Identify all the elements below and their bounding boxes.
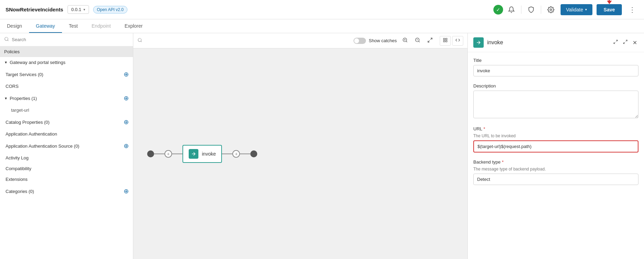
header-icons: ✓ [493,4,556,15]
sidebar-gateway-section[interactable]: ▼ Gateway and portal settings [0,57,133,68]
sidebar-content: ▼ Gateway and portal settings Target Ser… [0,57,133,259]
sidebar-policies-item[interactable]: Policies [0,46,133,57]
flow-connector-2[interactable]: + [232,150,240,158]
url-sublabel: The URL to be invoked [473,133,638,138]
svg-line-19 [624,42,625,44]
canvas-search-input[interactable] [144,38,203,43]
sidebar-item-app-auth-source[interactable]: Application Authentication Source (0) ⊕ [0,139,133,152]
chevron-down-icon: ▼ [4,61,8,64]
flow-connector-1[interactable]: + [164,150,172,158]
save-button[interactable]: Save [597,4,622,15]
toggle-knob [354,38,359,43]
bell-icon[interactable] [506,4,517,15]
code-editor-button[interactable] [452,36,463,46]
show-catches-toggle: Show catches [354,38,397,44]
show-catches-switch[interactable] [354,38,366,44]
tab-bar: Design Gateway Test Endpoint Explorer [0,19,644,33]
title-label: Title [473,58,638,63]
url-label: URL * [473,126,638,131]
panel-fullscreen-button[interactable] [621,38,629,47]
more-options-button[interactable]: ⋮ [626,4,638,15]
sidebar-item-activity-log[interactable]: Activity Log [0,152,133,163]
backend-type-input[interactable] [473,174,638,185]
invoke-node-label: invoke [202,151,216,157]
flow-start-node [147,150,154,157]
sidebar-item-cors[interactable]: CORS [0,81,133,92]
fit-to-screen-button[interactable] [424,36,436,46]
version-selector[interactable]: 0.0.1 ▾ [68,5,89,14]
main-layout: Policies ▼ Gateway and portal settings T… [0,33,644,259]
add-catalog-properties-button[interactable]: ⊕ [124,118,129,126]
sidebar-item-extensions[interactable]: Extensions [0,174,133,185]
svg-line-10 [419,41,420,42]
canvas-search[interactable] [137,38,351,44]
sidebar-item-app-auth[interactable]: Application Authentication [0,129,133,139]
sidebar-search-bar[interactable] [0,33,133,46]
chevron-down-icon: ▾ [83,8,85,11]
tab-test[interactable]: Test [62,20,85,33]
header-divider [521,6,521,14]
form-title-field: Title [473,58,638,76]
add-properties-button[interactable]: ⊕ [124,94,129,102]
app-title: SNowRetrieveIncidents [6,7,63,12]
status-check-icon: ✓ [493,5,503,15]
url-required-indicator: * [483,126,485,131]
canvas-editor-toggle [440,36,463,46]
description-label: Description [473,83,638,89]
form-description-field: Description [473,83,638,119]
panel-close-button[interactable]: ✕ [631,38,638,47]
header-divider-2 [541,6,541,14]
description-textarea[interactable] [473,91,638,118]
sidebar-item-categories[interactable]: Categories (0) ⊕ [0,185,133,198]
tab-design[interactable]: Design [0,20,29,33]
flow-line-2 [172,154,182,154]
sidebar-item-catalog-properties[interactable]: Catalog Properties (0) ⊕ [0,115,133,129]
sidebar-item-compatibility[interactable]: Compatibility [0,163,133,174]
flow-diagram: + invoke + [147,145,257,163]
svg-point-0 [550,9,552,10]
right-panel: invoke ✕ Title [467,33,644,259]
settings-icon[interactable] [545,4,556,15]
svg-rect-15 [446,38,447,39]
validate-button[interactable]: Validate ▾ [561,4,593,15]
sidebar-properties-section[interactable]: ▼ Properties (1) ⊕ [0,92,133,105]
flow-line-4 [240,154,250,154]
add-app-auth-source-button[interactable]: ⊕ [124,142,129,150]
panel-expand-button[interactable] [612,38,619,47]
tab-explorer[interactable]: Explorer [118,20,150,33]
right-panel-actions: ✕ [612,38,638,47]
tab-endpoint: Endpoint [85,20,118,33]
add-categories-button[interactable]: ⊕ [124,187,129,195]
zoom-out-button[interactable] [412,36,423,46]
add-node-icon: + [167,151,170,156]
svg-rect-16 [446,40,447,42]
svg-rect-14 [444,38,445,39]
invoke-node-icon [189,149,198,159]
svg-line-12 [430,38,432,40]
backend-type-required-indicator: * [502,159,503,165]
zoom-in-button[interactable] [400,36,411,46]
title-input[interactable] [473,65,638,76]
url-input[interactable] [473,140,638,152]
backend-type-sublabel: The message type of backend payload. [473,167,638,172]
search-icon [4,37,9,43]
svg-point-1 [5,37,8,40]
add-target-services-button[interactable]: ⊕ [124,71,129,78]
sidebar-item-target-services[interactable]: Target Services (0) ⊕ [0,68,133,81]
canvas-search-icon [137,38,142,44]
invoke-node[interactable]: invoke [182,145,222,163]
sidebar-item-target-url[interactable]: target-url [0,105,133,115]
shield-icon[interactable] [526,4,537,15]
tab-gateway[interactable]: Gateway [29,20,62,33]
svg-line-4 [141,41,142,42]
flow-line-1 [154,154,164,154]
app-header: SNowRetrieveIncidents 0.0.1 ▾ Open API v… [0,0,644,19]
right-panel-title: invoke [487,39,608,46]
svg-line-13 [428,40,430,42]
invoke-panel-icon [473,37,484,48]
save-arrow-indicator [607,0,612,4]
search-input[interactable] [12,37,129,42]
visual-editor-button[interactable] [440,36,451,46]
svg-line-2 [8,40,9,41]
version-value: 0.0.1 [71,7,81,12]
